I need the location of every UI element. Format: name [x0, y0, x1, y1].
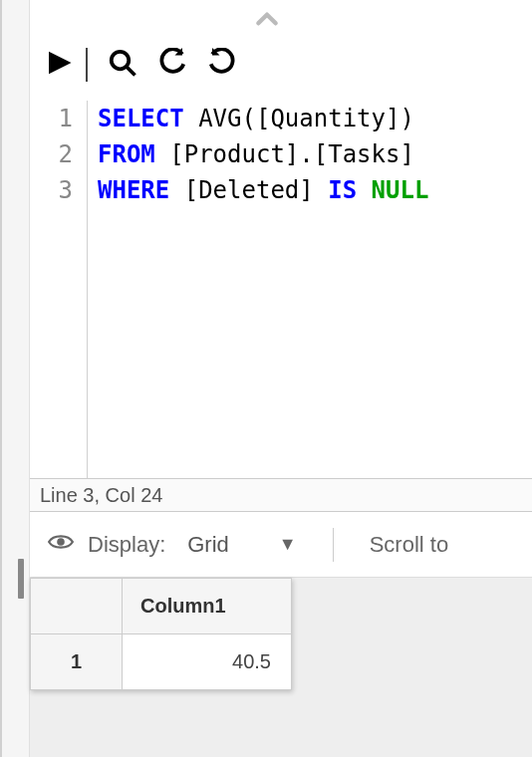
display-label: Display: [88, 532, 165, 558]
column-header[interactable]: Column1 [123, 579, 292, 634]
svg-point-0 [112, 52, 130, 70]
redo-button[interactable] [207, 48, 237, 82]
status-bar: Line 3, Col 24 [30, 478, 532, 512]
toolbar-separator [86, 48, 88, 82]
table-row[interactable]: 1 40.5 [31, 634, 292, 690]
line-number: 1 [30, 101, 73, 136]
undo-button[interactable] [157, 48, 187, 82]
redo-icon [207, 48, 237, 82]
grid-cell[interactable]: 40.5 [123, 634, 292, 690]
resize-handle[interactable] [18, 559, 24, 599]
code-area[interactable]: SELECT AVG([Quantity])FROM [Product].[Ta… [88, 101, 428, 478]
svg-point-2 [57, 538, 65, 546]
sql-editor[interactable]: 123 SELECT AVG([Quantity])FROM [Product]… [30, 94, 532, 478]
play-icon [44, 48, 74, 82]
line-number-gutter: 123 [30, 101, 88, 478]
cursor-position: Line 3, Col 24 [40, 484, 162, 507]
results-grid-area: Column1 1 40.5 [30, 578, 532, 757]
svg-line-1 [127, 67, 135, 76]
grid-corner [31, 579, 123, 634]
eye-icon [48, 532, 74, 558]
display-mode-value: Grid [187, 532, 229, 557]
code-line[interactable]: WHERE [Deleted] IS NULL [98, 172, 428, 208]
results-toolbar: Display: Grid ▼ Scroll to [30, 512, 532, 578]
scroll-to-button[interactable]: Scroll to [370, 532, 448, 558]
display-mode-select[interactable]: Grid [187, 532, 229, 558]
run-button[interactable] [44, 48, 74, 82]
search-icon [108, 48, 137, 82]
main-panel: 123 SELECT AVG([Quantity])FROM [Product]… [30, 0, 532, 757]
left-gutter [2, 0, 30, 757]
editor-toolbar [30, 36, 532, 94]
line-number: 3 [30, 172, 73, 208]
app-root: 123 SELECT AVG([Quantity])FROM [Product]… [0, 0, 532, 757]
code-line[interactable]: SELECT AVG([Quantity]) [98, 101, 428, 136]
chevron-down-icon[interactable]: ▼ [279, 534, 297, 555]
line-number: 2 [30, 136, 73, 172]
row-header: 1 [31, 634, 123, 690]
results-grid[interactable]: Column1 1 40.5 [30, 578, 292, 690]
toolbar-separator [333, 528, 334, 562]
code-line[interactable]: FROM [Product].[Tasks] [98, 136, 428, 172]
find-button[interactable] [108, 48, 137, 82]
undo-icon [157, 48, 187, 82]
